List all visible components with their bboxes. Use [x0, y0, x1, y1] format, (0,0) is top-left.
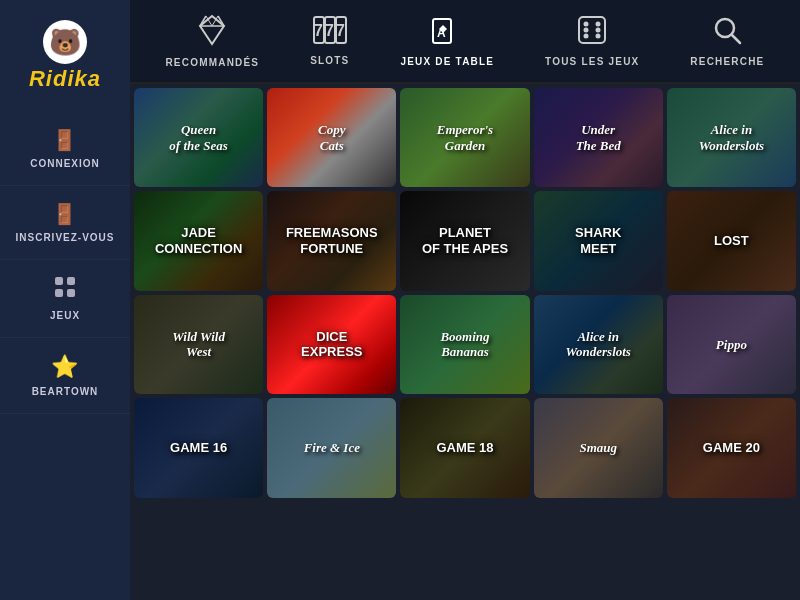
game-title-3: Emperor'sGarden: [437, 122, 493, 153]
game-title-overlay-1: Queenof the Seas: [134, 88, 263, 187]
nav-slots[interactable]: 7 7 7 SLOTS: [294, 8, 365, 74]
svg-rect-3: [67, 289, 75, 297]
game-card-5[interactable]: Alice inWonderslots: [667, 88, 796, 187]
svg-text:7: 7: [314, 22, 324, 39]
game-card-13[interactable]: BoomingBananas: [400, 295, 529, 394]
nav-recommandes[interactable]: RECOMMANDÉS: [149, 6, 275, 76]
game-title-overlay-13: BoomingBananas: [400, 295, 529, 394]
sidebar-item-beartown[interactable]: ⭐ BEARTOWN: [0, 338, 130, 414]
sidebar-item-inscrivez-vous[interactable]: 🚪 INSCRIVEZ-VOUS: [0, 186, 130, 260]
sidebar-item-connexion[interactable]: 🚪 CONNEXION: [0, 112, 130, 186]
game-title-overlay-2: CopyCats: [267, 88, 396, 187]
game-title-14: Alice inWonderslots: [565, 329, 631, 360]
game-card-12[interactable]: DICEEXPRESS: [267, 295, 396, 394]
game-card-15[interactable]: Pippo: [667, 295, 796, 394]
game-area: Queenof the SeasCopyCatsEmperor'sGardenU…: [130, 84, 800, 600]
game-title-overlay-15: Pippo: [667, 295, 796, 394]
jeux-de-table-label: JEUX DE TABLE: [400, 56, 494, 67]
game-title-overlay-5: Alice inWonderslots: [667, 88, 796, 187]
beartown-icon: ⭐: [51, 354, 79, 380]
nav-tous-les-jeux[interactable]: TOUS LES JEUX: [529, 7, 655, 75]
inscrivez-label: INSCRIVEZ-VOUS: [15, 232, 114, 243]
svg-rect-2: [55, 289, 63, 297]
game-title-overlay-10: LOST: [667, 191, 796, 290]
svg-point-22: [596, 34, 601, 39]
game-title-overlay-20: Game 20: [667, 398, 796, 497]
svg-rect-1: [67, 277, 75, 285]
game-title-19: Smaug: [579, 440, 617, 456]
game-title-overlay-16: Game 16: [134, 398, 263, 497]
game-title-2: CopyCats: [318, 122, 345, 153]
game-title-overlay-12: DICEEXPRESS: [267, 295, 396, 394]
slots-label: SLOTS: [310, 55, 349, 66]
game-title-overlay-17: Fire & Ice: [267, 398, 396, 497]
svg-point-24: [596, 28, 601, 33]
game-title-12: DICEEXPRESS: [301, 329, 362, 360]
game-title-20: Game 20: [703, 440, 760, 456]
game-card-6[interactable]: JADECONNECTION: [134, 191, 263, 290]
connexion-label: CONNEXION: [30, 158, 100, 169]
main-content: RECOMMANDÉS 7 7 7 SLOTS A: [130, 0, 800, 600]
slots-icon: 7 7 7: [313, 16, 347, 49]
game-card-1[interactable]: Queenof the Seas: [134, 88, 263, 187]
svg-point-23: [584, 28, 589, 33]
game-title-1: Queenof the Seas: [169, 122, 228, 153]
game-title-16: Game 16: [170, 440, 227, 456]
svg-rect-18: [579, 17, 605, 43]
game-title-11: Wild WildWest: [172, 329, 225, 360]
recherche-label: RECHERCHE: [690, 56, 764, 67]
game-title-8: PLANETOF THE APES: [422, 225, 508, 256]
diamond-icon: [196, 14, 228, 51]
top-navigation: RECOMMANDÉS 7 7 7 SLOTS A: [130, 0, 800, 84]
game-title-overlay-6: JADECONNECTION: [134, 191, 263, 290]
game-card-14[interactable]: Alice inWonderslots: [534, 295, 663, 394]
game-title-13: BoomingBananas: [440, 329, 489, 360]
svg-text:7: 7: [336, 22, 346, 39]
game-title-9: SHARKMEET: [575, 225, 621, 256]
logo-text: Ridika: [29, 66, 101, 92]
game-card-7[interactable]: FREEMASONSFORTUNE: [267, 191, 396, 290]
game-card-3[interactable]: Emperor'sGarden: [400, 88, 529, 187]
logo-area: 🐻 Ridika: [0, 10, 130, 112]
cards-icon: A: [432, 15, 462, 50]
game-card-20[interactable]: Game 20: [667, 398, 796, 497]
game-title-18: Game 18: [436, 440, 493, 456]
sidebar-item-jeux[interactable]: JEUX: [0, 260, 130, 338]
game-card-11[interactable]: Wild WildWest: [134, 295, 263, 394]
game-title-5: Alice inWonderslots: [699, 122, 765, 153]
game-title-15: Pippo: [716, 337, 747, 353]
game-title-4: UnderThe Bed: [576, 122, 621, 153]
game-grid: Queenof the SeasCopyCatsEmperor'sGardenU…: [134, 88, 796, 498]
sidebar: 🐻 Ridika 🚪 CONNEXION 🚪 INSCRIVEZ-VOUS JE…: [0, 0, 130, 600]
game-card-9[interactable]: SHARKMEET: [534, 191, 663, 290]
svg-point-21: [584, 34, 589, 39]
game-card-19[interactable]: Smaug: [534, 398, 663, 497]
search-icon: [712, 15, 742, 50]
game-title-overlay-9: SHARKMEET: [534, 191, 663, 290]
logo-bear-icon: 🐻: [43, 20, 87, 64]
game-title-10: LOST: [714, 233, 749, 249]
game-card-8[interactable]: PLANETOF THE APES: [400, 191, 529, 290]
inscrivez-icon: 🚪: [52, 202, 78, 226]
game-title-overlay-14: Alice inWonderslots: [534, 295, 663, 394]
game-title-overlay-19: Smaug: [534, 398, 663, 497]
nav-jeux-de-table[interactable]: A JEUX DE TABLE: [384, 7, 510, 75]
game-card-16[interactable]: Game 16: [134, 398, 263, 497]
dice-icon: [577, 15, 607, 50]
game-card-10[interactable]: LOST: [667, 191, 796, 290]
game-title-overlay-18: Game 18: [400, 398, 529, 497]
svg-text:7: 7: [325, 22, 335, 39]
game-card-4[interactable]: UnderThe Bed: [534, 88, 663, 187]
recommandes-label: RECOMMANDÉS: [165, 57, 259, 68]
game-title-overlay-11: Wild WildWest: [134, 295, 263, 394]
nav-recherche[interactable]: RECHERCHE: [674, 7, 780, 75]
svg-point-20: [596, 22, 601, 27]
beartown-label: BEARTOWN: [32, 386, 99, 397]
game-card-17[interactable]: Fire & Ice: [267, 398, 396, 497]
game-card-2[interactable]: CopyCats: [267, 88, 396, 187]
game-title-17: Fire & Ice: [304, 440, 360, 456]
game-card-18[interactable]: Game 18: [400, 398, 529, 497]
game-title-6: JADECONNECTION: [155, 225, 242, 256]
game-title-overlay-7: FREEMASONSFORTUNE: [267, 191, 396, 290]
game-title-7: FREEMASONSFORTUNE: [286, 225, 378, 256]
